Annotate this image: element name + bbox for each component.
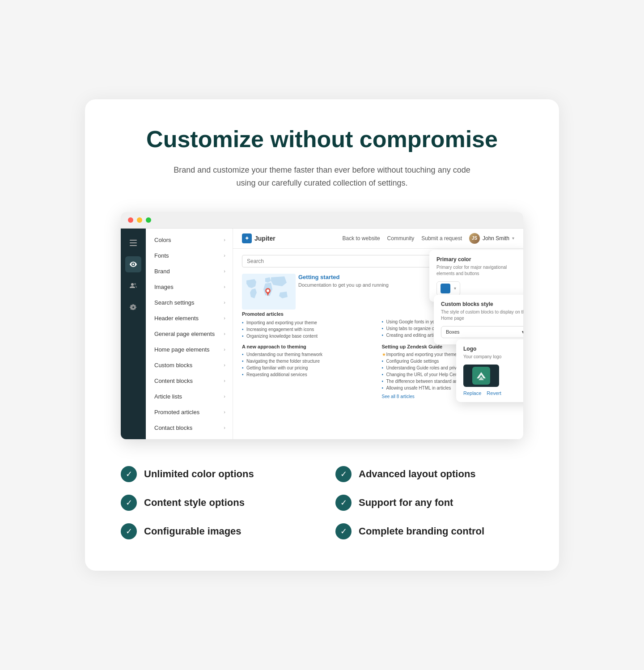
new-approach-title: A new approach to theming xyxy=(242,344,375,349)
blocks-style-value: Boxes xyxy=(446,329,460,335)
arrow-icon: › xyxy=(224,409,225,415)
users-icon[interactable] xyxy=(125,278,141,294)
sidebar-item-header-elements[interactable]: Header elements › xyxy=(146,310,233,326)
main-content: ✦ Jupiter Back to website Community Subm… xyxy=(233,229,523,439)
page-wrapper: Customize without compromise Brand and c… xyxy=(85,99,559,570)
logo-text: Jupiter xyxy=(254,235,275,242)
nav-link-back[interactable]: Back to website xyxy=(343,235,380,242)
sidebar-item-promoted-articles[interactable]: Promoted articles › xyxy=(146,404,233,420)
arrow-icon: › xyxy=(224,253,225,258)
nav-link-community[interactable]: Community xyxy=(387,235,415,242)
jupiter-logo-icon: ✦ xyxy=(242,233,252,243)
blocks-style-select[interactable]: Boxes ▾ xyxy=(441,326,523,338)
feature-label-4: Support for any font xyxy=(359,497,453,509)
custom-blocks-desc: The style of custom blocks to display on… xyxy=(441,309,523,322)
feature-item-6: ✓ Complete branding control xyxy=(335,523,523,539)
arrow-icon: › xyxy=(224,331,225,336)
list-item: Importing and exporting your theme xyxy=(242,319,375,326)
world-map xyxy=(242,274,291,305)
nav-user[interactable]: JS John Smith ▾ xyxy=(469,233,514,244)
sidebar-item-contact-blocks[interactable]: Contact blocks › xyxy=(146,420,233,436)
chevron-down-icon: ▾ xyxy=(454,286,456,291)
primary-color-card: Primary color Primary color for major na… xyxy=(429,250,523,302)
arrow-icon: › xyxy=(224,362,225,368)
check-icon-6: ✓ xyxy=(335,523,352,539)
arrow-icon: › xyxy=(224,268,225,274)
logo-preview xyxy=(463,365,499,387)
nav-logo: ✦ Jupiter xyxy=(242,233,275,243)
user-name: John Smith xyxy=(483,235,509,242)
hc-hero-title: Getting started xyxy=(298,274,389,280)
check-icon-3: ✓ xyxy=(121,495,137,511)
arrow-icon: › xyxy=(224,378,225,383)
new-approach-list: Understanding our theming framework Navi… xyxy=(242,351,375,378)
feature-item-1: ✓ Unlimited color options xyxy=(121,466,309,482)
light-sidebar: Colors › Fonts › Brand › Images › Search… xyxy=(146,229,233,439)
list-item: Requesting additional services xyxy=(242,371,375,378)
sidebar-item-colors[interactable]: Colors › xyxy=(146,232,233,248)
arrow-icon: › xyxy=(224,394,225,399)
sidebar-item-brand[interactable]: Brand › xyxy=(146,263,233,279)
list-item: Increasing engagement with icons xyxy=(242,326,375,333)
sidebar-item-general-page[interactable]: General page elements › xyxy=(146,326,233,342)
browser-bar xyxy=(121,212,523,229)
custom-blocks-card: Custom blocks style The style of custom … xyxy=(434,295,523,344)
sidebar-item-images[interactable]: Images › xyxy=(146,279,233,295)
feature-item-2: ✓ Advanced layout options xyxy=(335,466,523,482)
menu-icon[interactable] xyxy=(125,235,141,251)
arrow-icon: › xyxy=(224,347,225,352)
list-item: Organizing knowledge base content xyxy=(242,333,375,339)
feature-label-2: Advanced layout options xyxy=(359,468,476,480)
promoted-articles-section: Promoted articles Importing and exportin… xyxy=(242,311,375,339)
replace-button[interactable]: Replace xyxy=(463,390,481,396)
sidebar-item-article-lists[interactable]: Article lists › xyxy=(146,389,233,404)
custom-blocks-title: Custom blocks style xyxy=(441,301,523,307)
color-swatch-row[interactable]: ▾ xyxy=(436,281,460,296)
feature-item-5: ✓ Configurable images xyxy=(121,523,309,539)
hc-hero-desc: Documentation to get you up and running xyxy=(298,282,389,288)
select-chevron-icon: ▾ xyxy=(522,329,523,335)
dark-sidebar xyxy=(121,229,146,439)
nav-link-submit[interactable]: Submit a request xyxy=(421,235,462,242)
dot-red xyxy=(128,217,133,223)
sidebar-item-home-page[interactable]: Home page elements › xyxy=(146,342,233,357)
zendesk-ui: Colors › Fonts › Brand › Images › Search… xyxy=(121,229,523,439)
svg-rect-2 xyxy=(130,245,137,246)
user-avatar: JS xyxy=(469,233,480,244)
primary-color-desc: Primary color for major navigational ele… xyxy=(436,264,521,277)
arrow-icon: › xyxy=(224,237,225,242)
gear-icon[interactable] xyxy=(125,299,141,315)
browser-mockup: Colors › Fonts › Brand › Images › Search… xyxy=(121,212,523,439)
hero-subtitle: Brand and customize your theme faster th… xyxy=(165,164,479,190)
logo-icon-large xyxy=(472,367,490,385)
arrow-icon: › xyxy=(224,300,225,305)
svg-point-5 xyxy=(267,289,269,292)
check-icon-4: ✓ xyxy=(335,495,352,511)
user-chevron: ▾ xyxy=(512,236,514,241)
feature-label-3: Content style options xyxy=(144,497,245,509)
revert-button[interactable]: Revert xyxy=(487,390,501,396)
check-icon-2: ✓ xyxy=(335,466,352,482)
list-item: Understanding our theming framework xyxy=(242,351,375,358)
features-section: ✓ Unlimited color options ✓ Advanced lay… xyxy=(121,466,523,539)
new-approach-col: A new approach to theming Understanding … xyxy=(242,344,375,399)
sidebar-item-search-settings[interactable]: Search settings › xyxy=(146,295,233,310)
logo-card: Logo Your company logo Replace Revert xyxy=(456,339,523,402)
sidebar-item-content-blocks[interactable]: Content blocks › xyxy=(146,373,233,389)
eye-icon[interactable] xyxy=(125,256,141,272)
svg-rect-0 xyxy=(130,240,137,241)
sidebar-item-custom-blocks[interactable]: Custom blocks › xyxy=(146,357,233,373)
hc-hero-text: Getting started Documentation to get you… xyxy=(298,274,389,288)
top-nav: ✦ Jupiter Back to website Community Subm… xyxy=(233,229,523,249)
dot-green xyxy=(146,217,151,223)
arrow-icon: › xyxy=(224,425,225,430)
logo-card-desc: Your company logo xyxy=(463,354,523,360)
nav-links: Back to website Community Submit a reque… xyxy=(343,233,514,244)
primary-color-title: Primary color xyxy=(436,256,521,263)
feature-item-3: ✓ Content style options xyxy=(121,495,309,511)
sidebar-item-fonts[interactable]: Fonts › xyxy=(146,248,233,263)
arrow-icon: › xyxy=(224,284,225,289)
color-swatch xyxy=(441,284,450,293)
feature-label-5: Configurable images xyxy=(144,526,242,537)
feature-item-4: ✓ Support for any font xyxy=(335,495,523,511)
